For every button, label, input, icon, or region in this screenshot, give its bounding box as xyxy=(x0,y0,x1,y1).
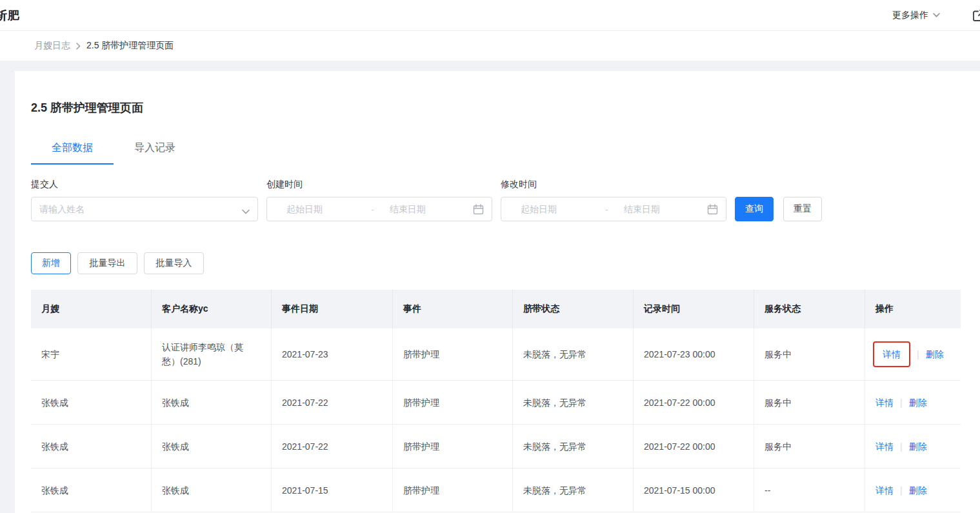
cell-cord-status: 未脱落，无异常 xyxy=(513,381,634,424)
data-table: 月嫂 客户名称yc 事件日期 事件 脐带状态 记录时间 服务状态 操作 宋宇 认… xyxy=(31,290,961,512)
batch-import-button[interactable]: 批量导入 xyxy=(144,252,204,274)
create-end-date-input[interactable] xyxy=(378,204,470,214)
table-row: 张铁成 张铁成 2021-07-15 脐带护理 未脱落，无异常 2021-07-… xyxy=(31,468,961,512)
modify-end-date-input[interactable] xyxy=(612,204,705,214)
table-row: 张铁成 张铁成 2021-07-22 脐带护理 未脱落，无异常 2021-07-… xyxy=(31,381,961,425)
page-title: 2.5 脐带护理管理页面 xyxy=(31,100,980,116)
cell-event: 脐带护理 xyxy=(393,381,513,424)
filter-modify-time: 修改时间 - xyxy=(501,179,726,221)
detail-link[interactable]: 详情 xyxy=(875,439,894,454)
cell-cord-status: 未脱落，无异常 xyxy=(513,468,634,512)
action-divider: | xyxy=(900,439,903,454)
tabs: 全部数据 导入记录 xyxy=(31,135,980,165)
submitter-label: 提交人 xyxy=(31,179,258,190)
delete-link[interactable]: 删除 xyxy=(909,483,927,498)
modify-time-range-picker[interactable]: - xyxy=(501,197,726,221)
calendar-icon xyxy=(473,204,484,215)
header-actions: 操作 xyxy=(865,290,961,328)
cell-cord-status: 未脱落，无异常 xyxy=(513,425,634,468)
external-link-icon[interactable] xyxy=(972,8,980,25)
top-bar: 斩肥 更多操作 xyxy=(0,0,980,31)
add-button[interactable]: 新增 xyxy=(31,252,71,274)
breadcrumb-item-current: 2.5 脐带护理管理页面 xyxy=(86,40,174,52)
date-range-separator: - xyxy=(601,205,612,214)
action-divider: | xyxy=(900,396,903,410)
cell-actions: 详情 | 删除 xyxy=(865,425,961,468)
cell-event-date: 2021-07-15 xyxy=(272,468,393,512)
cell-event: 脐带护理 xyxy=(393,468,513,512)
cell-record-time: 2021-07-22 00:00 xyxy=(634,425,754,468)
cell-yuesao: 张铁成 xyxy=(31,425,152,468)
table-row: 张铁成 张铁成 2021-07-22 脐带护理 未脱落，无异常 2021-07-… xyxy=(31,425,961,468)
table-row: 宋宇 认证讲师李鸣琼（莫愁）(281) 2021-07-23 脐带护理 未脱落，… xyxy=(31,328,961,381)
detail-link[interactable]: 详情 xyxy=(875,483,894,498)
cell-customer: 认证讲师李鸣琼（莫愁）(281) xyxy=(152,328,272,380)
header-customer: 客户名称yc xyxy=(152,290,272,328)
header-record-time: 记录时间 xyxy=(634,290,754,328)
cell-event-date: 2021-07-22 xyxy=(272,381,393,424)
submitter-input[interactable] xyxy=(39,204,235,214)
delete-link[interactable]: 删除 xyxy=(909,396,927,410)
red-highlight-box: 详情 xyxy=(873,341,910,367)
create-time-range-picker[interactable]: - xyxy=(266,197,492,221)
cell-actions: 详情 | 删除 xyxy=(865,468,961,512)
action-divider: | xyxy=(900,483,903,498)
header-service-status: 服务状态 xyxy=(754,290,865,328)
cell-event: 脐带护理 xyxy=(393,425,513,468)
table-header-row: 月嫂 客户名称yc 事件日期 事件 脐带状态 记录时间 服务状态 操作 xyxy=(31,290,961,328)
more-actions-label: 更多操作 xyxy=(892,10,928,21)
action-divider: | xyxy=(917,347,919,361)
filter-create-time: 创建时间 - xyxy=(266,179,492,221)
header-yuesao: 月嫂 xyxy=(31,290,152,328)
header-event: 事件 xyxy=(393,290,513,328)
cell-service-status: 服务中 xyxy=(754,425,865,468)
more-actions-button[interactable]: 更多操作 xyxy=(892,10,940,21)
cell-record-time: 2021-07-15 00:00 xyxy=(634,468,754,512)
chevron-right-icon xyxy=(76,43,81,50)
date-range-separator: - xyxy=(367,205,377,214)
filter-row: 提交人 创建时间 - 修改时间 - xyxy=(31,179,980,221)
header-cord-status: 脐带状态 xyxy=(513,290,634,328)
create-time-label: 创建时间 xyxy=(266,179,492,190)
cell-actions: 详情 | 删除 xyxy=(865,381,961,424)
search-button[interactable]: 查询 xyxy=(735,197,774,221)
cell-record-time: 2021-07-22 00:00 xyxy=(634,381,754,424)
calendar-icon xyxy=(707,204,718,215)
modify-start-date-input[interactable] xyxy=(509,204,601,214)
cell-customer: 张铁成 xyxy=(152,381,272,424)
cell-event: 脐带护理 xyxy=(393,328,513,380)
chevron-down-icon xyxy=(933,13,940,17)
detail-link[interactable]: 详情 xyxy=(883,347,901,361)
content-card: 2.5 脐带护理管理页面 全部数据 导入记录 提交人 创建时间 - xyxy=(15,71,980,513)
cell-customer: 张铁成 xyxy=(152,425,272,468)
cell-event-date: 2021-07-23 xyxy=(272,328,393,380)
batch-export-button[interactable]: 批量导出 xyxy=(77,252,137,274)
detail-link[interactable]: 详情 xyxy=(875,396,894,410)
breadcrumb: 月嫂日志 2.5 脐带护理管理页面 xyxy=(0,31,980,61)
chevron-down-icon xyxy=(242,205,250,217)
cell-cord-status: 未脱落，无异常 xyxy=(513,328,634,380)
cell-yuesao: 宋宇 xyxy=(31,328,152,380)
table-toolbar: 新增 批量导出 批量导入 xyxy=(31,252,980,274)
tab-import-records[interactable]: 导入记录 xyxy=(114,135,196,165)
cell-service-status: 服务中 xyxy=(754,328,865,380)
app-title: 斩肥 xyxy=(0,8,20,23)
submitter-select[interactable] xyxy=(31,197,258,221)
cell-record-time: 2021-07-23 00:00 xyxy=(634,328,754,380)
cell-yuesao: 张铁成 xyxy=(31,381,152,424)
reset-button[interactable]: 重置 xyxy=(783,197,822,221)
header-event-date: 事件日期 xyxy=(272,290,393,328)
cell-actions: 详情 | 删除 xyxy=(865,328,961,380)
create-start-date-input[interactable] xyxy=(275,204,367,214)
delete-link[interactable]: 删除 xyxy=(909,439,927,454)
breadcrumb-item-logs[interactable]: 月嫂日志 xyxy=(34,40,70,52)
tab-all-data[interactable]: 全部数据 xyxy=(31,135,114,165)
cell-service-status: -- xyxy=(754,468,865,512)
delete-link[interactable]: 删除 xyxy=(926,347,944,361)
modify-time-label: 修改时间 xyxy=(501,179,726,190)
cell-yuesao: 张铁成 xyxy=(31,468,152,512)
filter-submitter: 提交人 xyxy=(31,179,258,221)
cell-customer: 张铁成 xyxy=(152,468,272,512)
cell-event-date: 2021-07-22 xyxy=(272,425,393,468)
cell-service-status: 服务中 xyxy=(754,381,865,424)
